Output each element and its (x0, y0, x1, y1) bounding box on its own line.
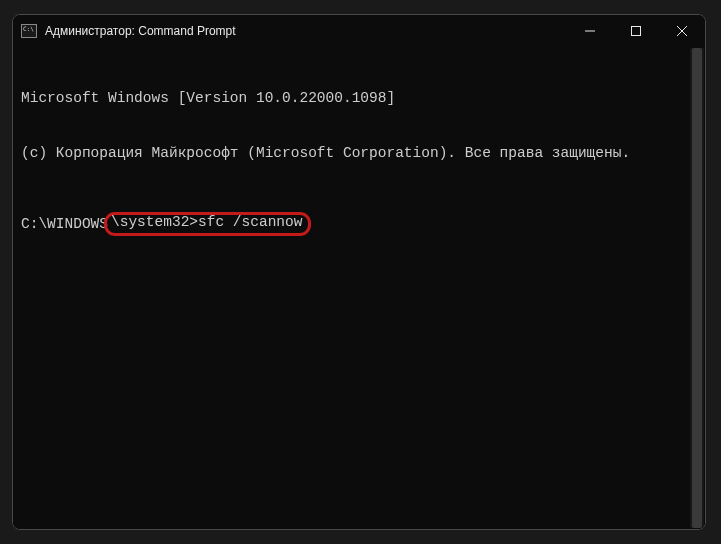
minimize-button[interactable] (567, 15, 613, 47)
scrollbar[interactable] (690, 48, 704, 528)
terminal-output-line: Microsoft Windows [Version 10.0.22000.10… (21, 89, 697, 107)
command-highlight: \system32>sfc /scannow (104, 212, 311, 236)
titlebar[interactable]: Администратор: Command Prompt (13, 15, 705, 47)
terminal-prompt-line: C:\WINDOWS\system32>sfc /scannow (21, 212, 697, 236)
command-prompt-window: Администратор: Command Prompt Microsoft … (12, 14, 706, 530)
terminal-output-line: (c) Корпорация Майкрософт (Microsoft Cor… (21, 144, 697, 162)
terminal-area[interactable]: Microsoft Windows [Version 10.0.22000.10… (13, 47, 705, 529)
maximize-button[interactable] (613, 15, 659, 47)
maximize-icon (631, 26, 641, 36)
window-controls (567, 15, 705, 47)
svg-rect-1 (632, 27, 641, 36)
command-text: \system32>sfc /scannow (111, 214, 302, 230)
prompt-path: C:\WINDOWS (21, 215, 108, 233)
close-button[interactable] (659, 15, 705, 47)
window-title: Администратор: Command Prompt (45, 24, 567, 38)
minimize-icon (585, 26, 595, 36)
app-icon (21, 24, 37, 38)
scrollbar-thumb[interactable] (692, 48, 702, 528)
close-icon (677, 26, 687, 36)
